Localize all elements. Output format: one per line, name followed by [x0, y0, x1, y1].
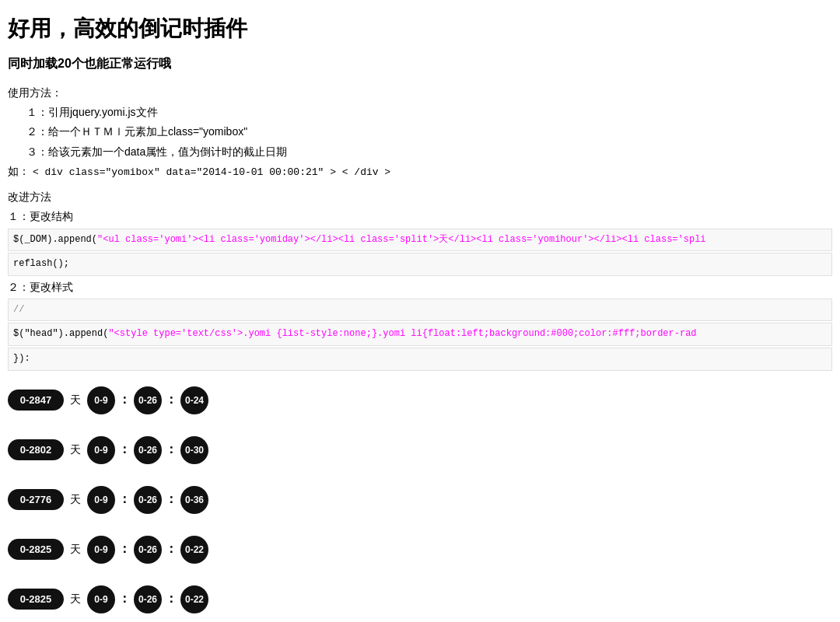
colon-1: ：: [118, 491, 131, 508]
seconds-badge: 0-22: [180, 585, 208, 613]
day-label: 天: [70, 493, 81, 507]
counters-section: 0-2847 天 0-9 ： 0-26 ： 0-24 0-2802 天 0-9 …: [8, 386, 832, 622]
colon-1: ：: [118, 591, 131, 607]
counter-row: 0-2802 天 0-9 ： 0-26 ： 0-30: [8, 436, 832, 464]
improve-section: 改进方法 １：更改结构 $(_DOM).append("<ul class='y…: [8, 187, 832, 371]
days-badge: 0-2776: [8, 489, 64, 510]
seconds-badge: 0-22: [180, 536, 208, 564]
colon-1: ：: [118, 541, 131, 557]
days-badge: 0-2825: [8, 589, 64, 610]
counter-row: 0-2847 天 0-9 ： 0-26 ： 0-24: [8, 386, 832, 414]
code-comment: //: [8, 299, 832, 322]
counter-row: 0-2776 天 0-9 ： 0-26 ： 0-36: [8, 486, 832, 514]
code-line-3: $("head").append("<style type='text/css'…: [8, 323, 832, 346]
colon-2: ：: [165, 392, 177, 408]
seconds-badge: 0-36: [180, 486, 208, 514]
minutes-badge: 0-26: [134, 486, 162, 514]
minutes-badge: 0-26: [134, 386, 162, 414]
page-title: 好用，高效的倒记时插件: [8, 14, 832, 44]
example-label: 如：: [8, 165, 30, 177]
seconds-badge: 0-30: [180, 436, 208, 464]
code-line-2: reflash();: [8, 253, 832, 276]
colon-1: ：: [118, 392, 131, 408]
counter-row: 0-2825 天 0-9 ： 0-26 ： 0-22: [8, 536, 832, 564]
colon-2: ：: [165, 442, 177, 458]
hours-badge: 0-9: [87, 585, 115, 613]
day-label: 天: [70, 393, 81, 407]
minutes-badge: 0-26: [134, 585, 162, 613]
code-line-4: }):: [8, 348, 832, 371]
days-badge: 0-2847: [8, 390, 64, 411]
usage-section: 使用方法： １：引用jquery.yomi.js文件 ２：给一个ＨＴＭｌ元素加上…: [8, 83, 832, 181]
hours-badge: 0-9: [87, 486, 115, 514]
usage-heading: 使用方法：: [8, 86, 62, 99]
hours-badge: 0-9: [87, 436, 115, 464]
colon-2: ：: [165, 491, 177, 508]
day-label: 天: [70, 543, 81, 557]
day-label: 天: [70, 443, 81, 457]
days-badge: 0-2802: [8, 439, 64, 460]
hours-badge: 0-9: [87, 536, 115, 564]
colon-1: ：: [118, 442, 131, 458]
improve-item-2: ２：更改样式: [8, 278, 832, 297]
days-badge: 0-2825: [8, 539, 64, 560]
colon-2: ：: [165, 591, 177, 607]
code-line-1: $(_DOM).append("<ul class='yomi'><li cla…: [8, 229, 832, 252]
hours-badge: 0-9: [87, 386, 115, 414]
day-label: 天: [70, 592, 81, 606]
seconds-badge: 0-24: [180, 386, 208, 414]
counter-row: 0-2825 天 0-9 ： 0-26 ： 0-22: [8, 585, 832, 613]
improve-item-1: １：更改结构: [8, 207, 832, 226]
minutes-badge: 0-26: [134, 536, 162, 564]
subtitle: 同时加载20个也能正常运行哦: [8, 56, 832, 72]
colon-2: ：: [165, 541, 177, 557]
example-code: < div class="yomibox" data="2014-10-01 0…: [33, 166, 390, 178]
usage-step-2: ２：给一个ＨＴＭｌ元素加上class="yomibox": [8, 125, 247, 138]
usage-step-3: ３：给该元素加一个data属性，值为倒计时的截止日期: [8, 145, 287, 158]
improve-label: 改进方法: [8, 187, 832, 207]
usage-step-1: １：引用jquery.yomi.js文件: [8, 106, 158, 118]
minutes-badge: 0-26: [134, 436, 162, 464]
